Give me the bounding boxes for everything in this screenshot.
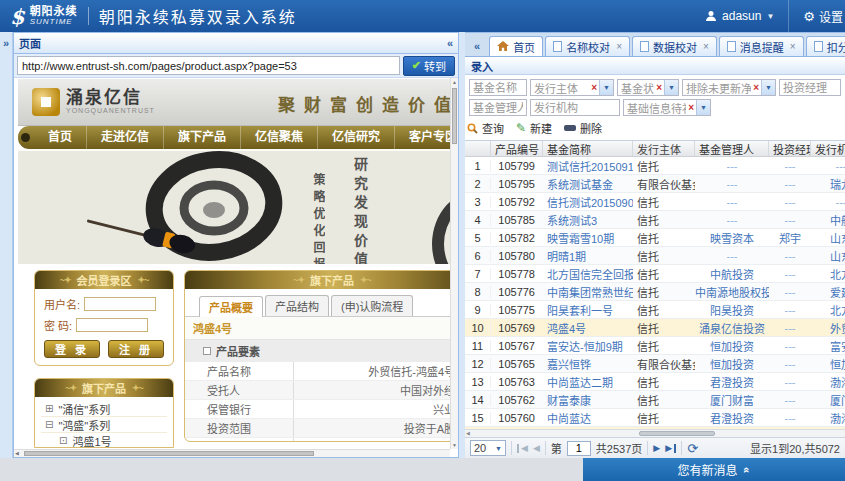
cell-manager-link[interactable]: 厦门财富 [695,392,769,408]
column-header-name[interactable]: 基金简称 [543,141,633,156]
cell-org-link[interactable]: 恒加 [811,356,845,372]
product-tab[interactable]: 产品结构 [265,295,329,316]
table-row[interactable]: 11105767富安达-恒加9期信托恒加投资---富安 [465,337,845,355]
cell-org-link[interactable]: 富安 [811,338,845,354]
close-icon[interactable]: × [616,41,622,52]
table-row[interactable]: 6105780明晴1期信托------山东 [465,247,845,265]
collapse-west-icon[interactable]: « [467,40,487,52]
cell-manager-link[interactable]: 君澄投资 [695,374,769,390]
cell-org-link[interactable]: --- [811,196,845,208]
cell-manager-link[interactable]: 中航投资 [695,266,769,282]
site-nav-item[interactable]: 亿信研究 [318,126,395,149]
checkbox-icon[interactable] [203,347,211,355]
filter-combo[interactable]: 基金状态×▼ [617,79,679,96]
scrollbar-thumb[interactable] [639,431,715,436]
cell-pm-link[interactable]: --- [769,286,811,298]
filter-combo[interactable]: 基础信息待补×▼ [623,99,711,116]
cell-manager-link[interactable]: --- [695,196,769,208]
cell-fund-name-link[interactable]: 映雪霜雪10期 [543,230,633,246]
column-header-code[interactable]: 产品编号▼ [491,141,543,156]
cell-manager-link[interactable]: 恒加投资 [695,356,769,372]
site-nav-item[interactable]: 亿信聚焦 [241,126,318,149]
clear-icon[interactable]: × [751,82,761,93]
product-tab[interactable]: (申)认购流程 [331,295,413,316]
cell-manager-link[interactable]: --- [695,250,769,262]
cell-org-link[interactable]: 北方 [811,302,845,318]
table-row[interactable]: 15105760中尚蓝达信托君澄投资---渤海 [465,409,845,427]
chevron-down-icon[interactable]: ▼ [761,80,775,95]
column-header-org[interactable]: 发行机构 [811,141,845,156]
webpage-horizontal-scrollbar[interactable]: ◀ [14,449,450,457]
cell-org-link[interactable]: 北方 [811,266,845,282]
cell-pm-link[interactable]: --- [769,178,811,190]
cell-pm-link[interactable]: --- [769,340,811,352]
table-row[interactable]: 7105778北方国信完全回报信托中航投资---北方 [465,265,845,283]
cell-manager-link[interactable]: 中南源地股权投资 [695,284,769,300]
last-page-button[interactable]: ▶ [665,444,676,453]
cell-fund-name-link[interactable]: 系统测试基金 [543,176,633,192]
cell-pm-link[interactable]: --- [769,412,811,424]
cell-org-link[interactable]: 渤海 [811,410,845,426]
chevron-down-icon[interactable]: ▼ [696,100,710,115]
column-header-manager[interactable]: 基金管理人 [695,141,769,156]
tree-item[interactable]: ⊟"鸿盛"系列 [41,417,167,433]
table-row[interactable]: 1105799测试信托20150910信托--------- [465,157,845,175]
table-row[interactable]: 8105776中南集团常熟世纪碑城信托中南源地股权投资---爱建 [465,283,845,301]
cell-fund-name-link[interactable]: 财富泰康 [543,392,633,408]
site-logo[interactable]: 涌泉亿信 YONGQUANENTRUST [32,88,155,116]
cell-pm-link[interactable]: --- [769,196,811,208]
first-page-button[interactable]: ◀ [517,444,528,453]
cell-fund-name-link[interactable]: 富安达-恒加9期 [543,338,633,354]
cell-org-link[interactable]: 山东 [811,248,845,264]
username-field[interactable] [84,297,156,311]
cell-manager-link[interactable]: 阳昊投资 [695,302,769,318]
tree-item[interactable]: ⊡鸿盛1号 [41,433,167,448]
table-row[interactable]: 9105775阳昊套利一号信托阳昊投资---北方 [465,301,845,319]
cell-pm-link[interactable]: --- [769,160,811,172]
cell-manager-link[interactable]: 恒加投资 [695,338,769,354]
filter-input[interactable] [469,79,527,96]
close-icon[interactable]: × [790,41,796,52]
product-tab[interactable]: 产品概要 [199,296,263,317]
chevron-down-icon[interactable]: ▼ [599,80,613,95]
scroll-left-icon[interactable]: ◀ [465,430,470,436]
cell-pm-link[interactable]: --- [769,250,811,262]
table-row[interactable]: 3105792信托测试20150909信托--------- [465,193,845,211]
table-row[interactable]: 10105769鸿盛4号信托涌泉亿信投资---外贸 [465,319,845,337]
collapse-left-icon[interactable]: « [447,37,453,49]
filter-input[interactable] [530,99,620,116]
user-menu[interactable]: adasun ▼ [691,9,788,23]
cell-fund-name-link[interactable]: 测试信托20150910 [543,158,633,174]
cell-org-link[interactable]: 渤海 [811,374,845,390]
login-button[interactable]: 登 录 [44,340,100,358]
filter-combo[interactable]: 排除未更新净值基金×▼ [682,79,776,96]
tab-名称校对[interactable]: 名称校对× [545,36,630,56]
cell-manager-link[interactable]: 映雪资本 [695,230,769,246]
table-row[interactable]: 2105795系统测试基金有限合伙基金------瑞龙 [465,175,845,193]
table-row[interactable]: 13105763中尚蓝达二期信托君澄投资---渤海 [465,373,845,391]
tree-expander-icon[interactable]: ⊡ [59,435,67,446]
cell-org-link[interactable]: 瑞龙 [811,176,845,192]
grid-horizontal-scrollbar[interactable]: ◀ [465,429,845,437]
tab-扣分绩效统计[interactable]: 扣分绩效统计× [806,36,845,56]
cell-manager-link[interactable]: 涌泉亿信投资 [695,320,769,336]
scrollbar-thumb[interactable] [24,451,314,456]
cell-org-link[interactable]: 中航 [811,212,845,228]
cell-org-link[interactable]: 厦门 [811,392,845,408]
url-input[interactable] [17,56,400,75]
delete-button[interactable]: 删除 [564,120,602,136]
prev-page-button[interactable]: ◀ [533,444,540,453]
cell-fund-name-link[interactable]: 中尚蓝达二期 [543,374,633,390]
cell-pm-link[interactable]: --- [769,304,811,316]
cell-fund-name-link[interactable]: 鸿盛4号 [543,320,633,336]
tab-数据校对[interactable]: 数据校对× [632,36,717,56]
tree-expander-icon[interactable]: ⊞ [45,403,53,414]
site-nav-item[interactable]: 旗下产品 [164,126,241,149]
clear-icon[interactable]: × [654,82,664,93]
settings-button[interactable]: ⚙ 设置 [789,8,845,25]
filter-combo[interactable]: 发行主体×▼ [530,79,614,96]
column-header-pm[interactable]: 投资经理 [769,141,811,156]
cell-org-link[interactable]: --- [811,160,845,172]
go-button[interactable]: ✔ 转到 [403,56,455,76]
cell-fund-name-link[interactable]: 中尚蓝达 [543,410,633,426]
